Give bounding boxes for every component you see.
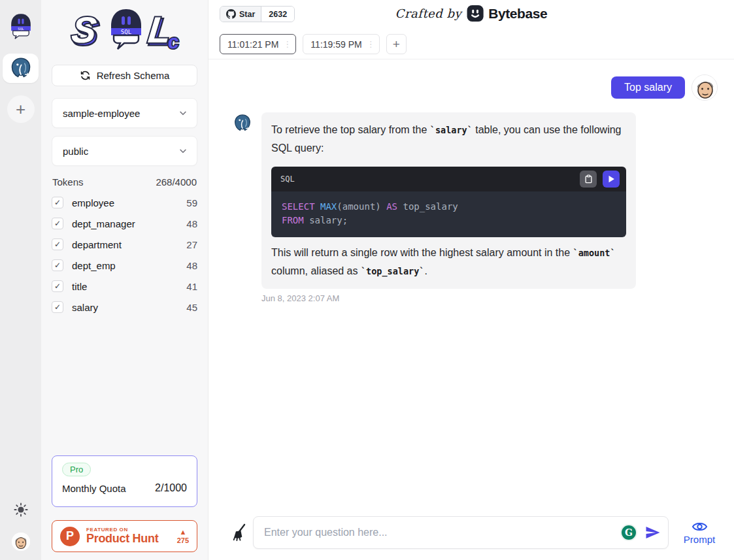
schema-table-row: ✓salary45 [52, 297, 197, 318]
sqlchat-bot-icon: SQL [8, 13, 33, 39]
user-message-row: Top salary [209, 74, 718, 101]
table-checkbox[interactable]: ✓ [52, 239, 63, 250]
chevron-down-icon [178, 108, 188, 118]
table-checkbox[interactable]: ✓ [52, 197, 63, 208]
star-label: Star [239, 10, 255, 19]
table-name: dept_emp [72, 260, 186, 271]
grammarly-icon[interactable]: G [620, 524, 637, 541]
refresh-schema-button[interactable]: Refresh Schema [52, 65, 197, 86]
schema-table-row: ✓department27 [52, 234, 197, 255]
refresh-icon [80, 70, 91, 81]
table-token-count: 41 [186, 281, 197, 292]
table-checkbox[interactable]: ✓ [52, 301, 63, 313]
table-name: dept_manager [72, 218, 186, 229]
composer: G Prompt [209, 516, 734, 560]
inline-code: `amount` [573, 248, 616, 258]
question-input[interactable] [253, 516, 669, 549]
connection-postgres[interactable] [3, 54, 39, 83]
quota-label: Monthly Quota [62, 483, 126, 494]
table-token-count: 48 [186, 260, 197, 271]
table-name: salary [72, 302, 186, 313]
send-icon[interactable] [644, 525, 661, 540]
user-message-bubble[interactable]: Top salary [611, 76, 685, 99]
code-language-label: SQL [280, 174, 580, 184]
table-name: employee [72, 197, 186, 208]
inline-code: `salary` [430, 125, 473, 135]
assistant-paragraph-1: To retrieve the top salary from the `sal… [271, 121, 626, 157]
run-query-button[interactable] [603, 171, 620, 188]
table-token-count: 48 [186, 218, 197, 229]
postgres-icon [233, 114, 252, 133]
bytebase-logo-icon [466, 5, 484, 22]
eye-icon [692, 520, 708, 533]
sqlchat-logo: S S SQL L L c [62, 5, 188, 56]
product-hunt-logo-icon: P [60, 527, 80, 546]
code-body[interactable]: SELECT MAX(amount) AS top_salaryFROM sal… [271, 191, 626, 237]
sqlchat-app: SQL + [0, 0, 734, 560]
user-chat-avatar [692, 74, 718, 101]
quota-card: Pro Monthly Quota 2/1000 [52, 455, 197, 507]
assistant-paragraph-2: This will return a single row with the h… [271, 244, 626, 280]
product-hunt-badge[interactable]: P FEATURED ON Product Hunt ▲ 275 [52, 520, 197, 552]
star-count: 2632 [261, 7, 294, 22]
tab-label: 11:19:59 PM [310, 39, 361, 50]
tokens-label: Tokens [52, 176, 84, 188]
table-checkbox[interactable]: ✓ [52, 259, 63, 271]
table-name: title [72, 281, 186, 292]
user-face-icon [692, 75, 718, 101]
table-checkbox[interactable]: ✓ [52, 218, 63, 229]
user-account-avatar[interactable] [12, 533, 30, 551]
tab-menu-kebab-icon[interactable]: ⋮ [367, 39, 375, 49]
main-panel: Star 2632 Crafted by Bytebase 11:01:21 P… [209, 0, 734, 560]
sqlchat-bot-avatar[interactable]: SQL [8, 13, 33, 39]
upvote-triangle-icon: ▲ [177, 529, 189, 536]
connection-rail: SQL + [0, 0, 41, 560]
code-line: FROM salary; [282, 214, 616, 227]
svg-text:SQL: SQL [18, 27, 24, 31]
tab-list: 11:01:21 PM⋮11:19:59 PM⋮ [220, 34, 380, 54]
schema-select-value: public [63, 146, 88, 157]
table-name: department [72, 239, 186, 250]
database-select-value: sample-employee [63, 108, 140, 119]
assistant-message-bubble: To retrieve the top salary from the `sal… [261, 112, 636, 289]
prompt-button[interactable]: Prompt [678, 520, 721, 545]
crafted-by-brand[interactable]: Crafted by Bytebase [395, 5, 548, 22]
table-token-count: 27 [186, 239, 197, 250]
svg-text:SQL: SQL [120, 29, 131, 35]
table-token-count: 45 [186, 302, 197, 313]
table-checkbox[interactable]: ✓ [52, 280, 63, 292]
code-block-header: SQL [271, 167, 626, 191]
schema-table-row: ✓title41 [52, 276, 197, 297]
crafted-by-label: Crafted by [395, 7, 462, 20]
new-conversation-button[interactable]: + [386, 34, 407, 54]
sql-code-block: SQL SELECT MAX(amount) AS [271, 167, 626, 237]
pro-badge: Pro [62, 463, 91, 476]
schema-select[interactable]: public [52, 136, 197, 166]
github-star-button[interactable]: Star 2632 [220, 6, 295, 22]
add-connection-button[interactable]: + [7, 95, 35, 123]
product-hunt-name: Product Hunt [86, 533, 177, 545]
github-icon [226, 9, 236, 19]
postgres-icon [9, 57, 33, 80]
brand-name: Bytebase [488, 6, 547, 22]
chat-area: Top salary [209, 60, 734, 516]
user-face-icon [12, 533, 30, 551]
table-list: ✓employee59✓dept_manager48✓department27✓… [52, 192, 197, 318]
database-select[interactable]: sample-employee [52, 98, 197, 128]
conversation-tab[interactable]: 11:01:21 PM⋮ [220, 34, 296, 54]
table-token-count: 59 [186, 197, 197, 208]
copy-code-button[interactable] [580, 171, 597, 188]
message-timestamp: Jun 8, 2023 2:07 AM [261, 293, 734, 303]
tokens-value: 268/4000 [156, 176, 197, 188]
theme-toggle-button[interactable] [14, 502, 28, 519]
conversation-tab[interactable]: 11:19:59 PM⋮ [303, 34, 379, 54]
svg-text:S: S [69, 9, 98, 50]
clear-conversation-broom-icon[interactable] [232, 523, 248, 542]
upvote-count: 275 [177, 537, 189, 544]
inline-code: `top_salary` [361, 266, 425, 276]
code-line: SELECT MAX(amount) AS top_salary [282, 200, 616, 214]
prompt-label: Prompt [684, 534, 715, 545]
schema-table-row: ✓employee59 [52, 192, 197, 213]
sidebar: S S SQL L L c [41, 0, 209, 560]
tab-menu-kebab-icon[interactable]: ⋮ [283, 39, 292, 49]
